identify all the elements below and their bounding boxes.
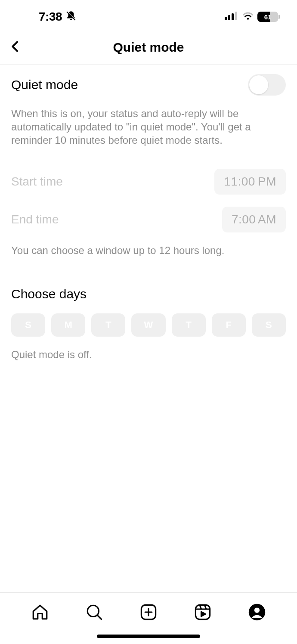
status-bar: 7:38 [0,0,297,30]
svg-rect-1 [228,15,230,20]
days-selector: S M T W T F S [11,313,286,337]
nav-header: Quiet mode [0,30,297,65]
nav-home[interactable] [29,601,51,623]
page-title: Quiet mode [9,40,288,55]
content: Quiet mode When this is on, your status … [0,65,297,361]
svg-rect-3 [235,12,237,20]
back-button[interactable] [9,40,22,55]
cell-signal-icon [225,12,238,22]
status-time: 7:38 [39,10,62,24]
start-time-label: Start time [11,175,63,189]
end-time-value[interactable]: 7:00 AM [222,207,286,232]
time-window-hint: You can choose a window up to 12 hours l… [11,245,286,257]
bell-off-icon [65,10,77,23]
svg-rect-0 [225,17,227,20]
home-indicator[interactable] [97,635,200,638]
nav-search[interactable] [84,601,105,623]
quiet-mode-toggle[interactable] [248,74,286,96]
start-time-value[interactable]: 11:00 PM [214,169,286,195]
day-thursday[interactable]: T [172,313,206,337]
svg-line-5 [97,615,101,619]
quiet-mode-row: Quiet mode [11,74,286,96]
svg-point-14 [254,607,260,613]
quiet-mode-status: Quiet mode is off. [11,349,286,361]
choose-days-title: Choose days [11,287,286,301]
start-time-row: Start time 11:00 PM [11,169,286,195]
day-tuesday[interactable]: T [91,313,125,337]
day-sunday[interactable]: S [11,313,45,337]
nav-reels[interactable] [192,601,213,623]
day-wednesday[interactable]: W [131,313,165,337]
nav-create[interactable] [138,601,159,623]
quiet-mode-label: Quiet mode [11,77,78,92]
nav-profile[interactable] [246,601,268,623]
day-saturday[interactable]: S [252,313,286,337]
battery-icon: 61 [257,12,280,22]
end-time-label: End time [11,213,59,226]
wifi-icon [242,11,254,22]
day-monday[interactable]: M [51,313,85,337]
quiet-mode-description: When this is on, your status and auto-re… [11,107,286,147]
svg-rect-2 [232,13,234,20]
day-friday[interactable]: F [212,313,246,337]
end-time-row: End time 7:00 AM [11,207,286,232]
